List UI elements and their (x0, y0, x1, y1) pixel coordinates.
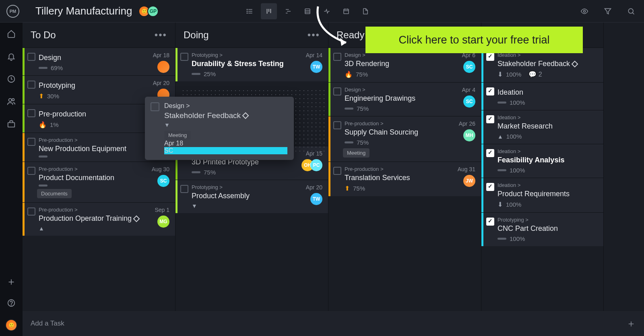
priority-up-icon: ⬆ (39, 92, 44, 100)
checkbox[interactable] (486, 87, 494, 95)
assignee-avatar[interactable]: SC (463, 61, 475, 73)
checkbox[interactable] (486, 115, 494, 123)
search-icon[interactable] (623, 3, 639, 19)
eye-icon[interactable] (576, 3, 592, 19)
priority-urgent-icon: 🔥 (39, 121, 47, 129)
task-card[interactable]: Ideation100% (481, 82, 603, 110)
task-card[interactable]: Pre-production >Product DocumentationDoc… (23, 162, 175, 202)
card-category: Pre-production > (39, 166, 169, 172)
card-percent: 1% (50, 121, 59, 128)
card-tag: Documents (37, 189, 72, 198)
card-title: Supply Chain Sourcing (345, 128, 475, 137)
svg-rect-26 (8, 122, 15, 127)
task-card[interactable]: Ideation >Feasibility Analysis100% (481, 144, 603, 178)
task-card[interactable]: Prototyping >Product Assembly▼Apr 20TW (175, 180, 328, 213)
free-trial-cta[interactable]: Click here to start your free trial (365, 27, 583, 53)
task-card[interactable]: Pre-production >Production Operator Trai… (23, 202, 175, 236)
task-card[interactable]: Design69%Apr 18 (23, 48, 175, 75)
task-card[interactable]: Prototyping >CNC Part Creation100% (481, 212, 603, 246)
checkbox[interactable] (486, 53, 494, 61)
list-view-icon[interactable] (242, 3, 258, 19)
people-icon[interactable] (6, 97, 16, 106)
checkbox[interactable] (180, 53, 188, 61)
task-card[interactable]: Prototyping >Durability & Stress Testing… (175, 48, 328, 81)
assignee-avatar[interactable]: JW (463, 175, 475, 187)
task-card[interactable]: Pre-production >Translation Services⬆75%… (328, 162, 481, 196)
team-avatars[interactable]: 🙂 GP (141, 6, 159, 17)
assignee-avatar[interactable]: PC (310, 159, 322, 171)
card-title: Stakeholder Feedback (164, 111, 241, 120)
calendar-view-icon[interactable] (338, 3, 354, 19)
checkbox[interactable] (27, 138, 35, 146)
card-date: Apr 4 (462, 87, 475, 93)
assignee-avatar[interactable]: TW (310, 61, 322, 73)
card-date: Apr 14 (306, 52, 322, 58)
home-icon[interactable] (6, 29, 16, 39)
card-category: Ideation > (497, 148, 597, 154)
card-title: Production Operator Training (39, 214, 169, 223)
card-title: Design (39, 54, 169, 62)
card-percent: 100% (506, 201, 521, 208)
activity-view-icon[interactable] (319, 3, 335, 19)
app-logo[interactable]: PM (6, 5, 19, 18)
priority-tri-down-icon: ▼ (192, 203, 197, 209)
assignee-avatar[interactable]: SC (463, 95, 475, 108)
checkbox[interactable] (151, 102, 159, 111)
board-view-icon[interactable] (261, 3, 277, 19)
column-menu-icon[interactable]: ••• (308, 29, 320, 41)
checkbox[interactable] (27, 207, 35, 216)
checkbox[interactable] (486, 149, 494, 157)
checkbox[interactable] (333, 87, 341, 95)
svg-point-25 (12, 99, 14, 101)
gantt-view-icon[interactable] (280, 3, 296, 19)
card-stripe (23, 203, 25, 236)
checkbox[interactable] (180, 185, 188, 193)
assignee-avatar[interactable] (157, 61, 169, 73)
assignee-avatar[interactable]: SC (157, 175, 169, 187)
comments-icon[interactable]: 💬 2 (528, 71, 542, 78)
filter-icon[interactable] (600, 3, 616, 19)
dragging-card[interactable]: Design > Stakeholder Feedback ▼ Meeting … (145, 97, 294, 160)
file-view-icon[interactable] (357, 3, 374, 19)
checkbox[interactable] (333, 167, 341, 175)
card-stripe (23, 162, 25, 202)
card-category: Pre-production > (39, 207, 169, 213)
clock-icon[interactable] (6, 74, 16, 84)
user-avatar[interactable]: 🙂 (5, 319, 17, 331)
column-menu-icon[interactable]: ••• (155, 29, 167, 41)
priority-down-icon: ⬇ (497, 201, 503, 208)
task-card[interactable]: Pre-production >Supply Chain Sourcing75%… (328, 116, 481, 162)
checkbox[interactable] (27, 167, 35, 175)
checkbox[interactable] (333, 121, 341, 129)
sheet-view-icon[interactable] (299, 3, 316, 19)
checkbox[interactable] (27, 81, 35, 89)
progress-bar-icon (345, 141, 353, 143)
card-category: Design > (345, 87, 475, 93)
avatar-gp[interactable]: GP (147, 6, 159, 17)
plus-icon[interactable] (6, 277, 16, 287)
assignee-avatar[interactable]: MG (157, 216, 169, 228)
checkbox[interactable] (486, 218, 494, 226)
checkbox[interactable] (27, 109, 35, 117)
bell-icon[interactable] (6, 52, 16, 61)
assignee-avatar[interactable]: TW (310, 193, 322, 205)
briefcase-icon[interactable] (6, 119, 16, 129)
svg-point-3 (247, 9, 248, 10)
checkbox[interactable] (27, 53, 35, 61)
assignee-avatar[interactable]: SC (164, 147, 287, 154)
assignee-avatar[interactable]: MH (463, 129, 475, 141)
card-stripe (481, 83, 483, 110)
card-category: Prototyping > (192, 52, 322, 58)
checkbox[interactable] (486, 183, 494, 191)
task-card[interactable]: Design >Engineering Drawings75%Apr 4SC (328, 82, 481, 116)
card-title: Prototyping (39, 81, 169, 90)
task-card[interactable]: Ideation >Market Research▲100% (481, 110, 603, 144)
add-task-button[interactable]: Add a Task＋ (23, 311, 644, 336)
priority-up-icon: ⬆ (345, 185, 350, 192)
task-card[interactable]: Ideation >Product Requirements⬇100% (481, 178, 603, 212)
card-title: Product Assembly (192, 192, 322, 200)
card-category: Ideation > (497, 114, 597, 120)
checkbox[interactable] (333, 53, 341, 61)
card-percent: 75% (357, 139, 369, 146)
help-icon[interactable] (6, 298, 16, 308)
